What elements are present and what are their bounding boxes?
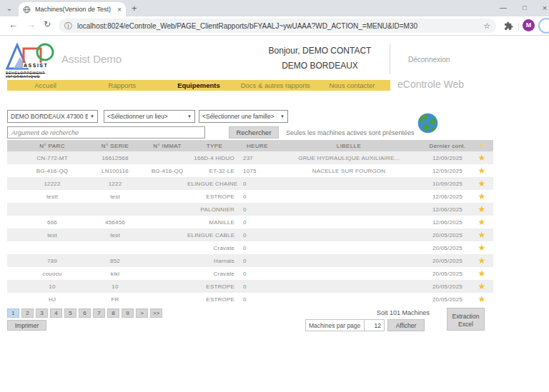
cell-serie: 852 [83, 258, 147, 264]
page-button[interactable]: 3 [36, 308, 48, 318]
page-button[interactable]: 9 [122, 308, 134, 318]
greeting-agency: DEMO BORDEAUX [243, 61, 397, 71]
table-row[interactable]: PALONNIER 0 12/06/2025 ★ [7, 203, 493, 216]
cell-serie: test [83, 232, 147, 238]
header-favorite-star-icon[interactable]: ★ [470, 140, 493, 151]
page-button[interactable]: 8 [107, 308, 119, 318]
profile-ring-icon[interactable] [538, 18, 549, 34]
cell-type: ELINGUE CHAINE [187, 181, 242, 187]
table-row[interactable]: 12222 1222 ELINGUE CHAINE 0 10/09/2025 ★ [7, 177, 493, 190]
logout-link[interactable]: Déconnexion [408, 56, 450, 64]
header-select-col [7, 140, 21, 151]
url-text[interactable]: localhost:8024/eControle_Web/PAGE_Client… [77, 22, 479, 30]
favorite-star-icon[interactable]: ★ [470, 282, 493, 291]
place-select[interactable]: <Sélectionner un lieu> ▼ [104, 110, 195, 123]
agency-select[interactable]: DEMO BORDEAUX 47300 B ▼ [7, 110, 98, 123]
url-field[interactable]: ⓘ localhost:8024/eControle_Web/PAGE_Clie… [59, 19, 496, 33]
table-row[interactable]: BG-416-QQ LN100116 BG-416-QQ ET-32-LE 10… [7, 164, 493, 177]
search-button[interactable]: Rechercher [229, 126, 279, 139]
header-libelle[interactable]: LIBELLE [273, 140, 425, 151]
per-page-input[interactable] [364, 319, 385, 331]
window-close-button[interactable]: × [536, 0, 549, 16]
forward-icon[interactable]: → [26, 19, 36, 30]
cell-parc: testt [21, 194, 83, 200]
nav-item[interactable]: Rapports [84, 81, 160, 89]
tab-search-icon[interactable]: ⌄ [4, 3, 15, 14]
favorite-star-icon[interactable]: ★ [470, 231, 493, 239]
active-machines-note: Seules les machines actives sont présent… [286, 129, 415, 136]
back-icon[interactable]: ← [9, 19, 18, 30]
extensions-puzzle-icon[interactable] [504, 21, 513, 31]
header-parc[interactable]: N° PARC [21, 140, 83, 151]
header-dernier-cont[interactable]: Dernier cont. [425, 140, 470, 151]
tab-title: Machines(Version de Test) [35, 6, 114, 13]
favorite-star-icon[interactable]: ★ [470, 295, 493, 303]
table-row[interactable]: CN-772-MT 16612568 166D-4 HIDUO 237 GRUE… [7, 151, 493, 164]
nav-item[interactable]: Accueil [7, 81, 84, 89]
machines-table: N° PARC N° SERIE N° IMMAT TYPE HEURE LIB… [7, 140, 493, 306]
cell-type: MANILLE [187, 219, 242, 226]
family-select[interactable]: <Sélectionner une famille> ▼ [199, 110, 288, 123]
table-row[interactable]: test test ELINGUE CABLE 0 20/05/2025 ★ [7, 228, 493, 241]
header-immat[interactable]: N° IMMAT [147, 140, 187, 151]
cell-dernier-cont: 20/05/2025 [425, 232, 470, 238]
favorite-star-icon[interactable]: ★ [470, 243, 493, 252]
table-row[interactable]: 10 10 ESTROPE 0 20/05/2025 ★ [7, 280, 493, 293]
table-row[interactable]: testt test ESTROPE 0 12/06/2025 ★ [7, 190, 493, 203]
favorite-star-icon[interactable]: ★ [470, 154, 493, 162]
page-button[interactable]: 2 [21, 308, 34, 318]
cell-serie: 1222 [83, 181, 147, 187]
table-row[interactable]: HJ FR ESTROPE 0 20/05/2025 ★ [7, 293, 493, 306]
window-minimize-button[interactable]: — [495, 0, 512, 16]
header-heure[interactable]: HEURE [242, 140, 273, 151]
tab-close-icon[interactable]: × [117, 6, 122, 14]
agency-select-value: DEMO BORDEAUX 47300 B [11, 113, 88, 120]
favorite-star-icon[interactable]: ★ [470, 256, 493, 265]
excel-export-button[interactable]: Extraction Excel [447, 308, 485, 331]
page-button[interactable]: 6 [79, 308, 91, 318]
page-content: ASSIST DEVELOPPEMENT INFORMATIQUE Assist… [0, 36, 549, 392]
cell-type: ESTROPE [187, 283, 242, 290]
cell-heure: 0 [242, 296, 273, 303]
search-input[interactable] [7, 126, 205, 139]
header-serie[interactable]: N° SERIE [83, 140, 147, 151]
favorite-star-icon[interactable]: ★ [470, 166, 493, 175]
new-tab-button[interactable]: + [132, 3, 137, 14]
table-row[interactable]: 789 852 Harnais 0 20/05/2025 ★ [7, 254, 493, 267]
table-row[interactable]: couocu kiki Cravate 0 20/05/2025 ★ [7, 267, 493, 280]
page-button[interactable]: 5 [64, 308, 76, 318]
site-info-icon[interactable]: ⓘ [64, 21, 72, 31]
show-button[interactable]: Afficher [387, 319, 425, 331]
page-button[interactable]: >> [150, 308, 162, 318]
cell-serie: 10 [83, 283, 147, 290]
favorite-star-icon[interactable]: ★ [470, 269, 493, 278]
header-type[interactable]: TYPE [187, 140, 242, 151]
total-machines-label: Soit 101 Machines [377, 309, 430, 316]
cell-type: Cravate [187, 245, 242, 251]
table-row[interactable]: Cravate 0 20/05/2025 ★ [7, 241, 493, 254]
nav-item[interactable]: Docs & autres rapports [237, 81, 314, 89]
main-nav: Accueil Rapports Equipements Docs & autr… [7, 80, 390, 91]
window-maximize-button[interactable]: □ [516, 0, 533, 16]
cell-serie: kiki [83, 271, 147, 277]
favorite-star-icon[interactable]: ★ [470, 192, 493, 201]
browser-profile-avatar[interactable]: M [523, 19, 535, 31]
favorite-star-icon[interactable]: ★ [470, 205, 493, 213]
nav-item[interactable]: Equipements [160, 81, 237, 89]
bookmark-star-icon[interactable]: ☆ [483, 21, 490, 31]
print-button[interactable]: Imprimer [7, 320, 46, 331]
favorite-star-icon[interactable]: ★ [470, 179, 493, 188]
page-button[interactable]: 7 [93, 308, 105, 318]
browser-tab[interactable]: Machines(Version de Test) × [19, 2, 126, 16]
reload-icon[interactable]: ↻ [44, 19, 51, 29]
pagination: 1 2 3 4 5 6 7 8 9 > >> [7, 308, 162, 318]
nav-item[interactable]: Nous contacter [314, 81, 390, 89]
page-button[interactable]: 4 [50, 308, 62, 318]
favorite-star-icon[interactable]: ★ [470, 218, 493, 226]
greeting-block: Bonjour, DEMO CONTACT DEMO BORDEAUX [243, 46, 397, 71]
cell-parc: 789 [21, 258, 83, 264]
page-button[interactable]: 1 [7, 308, 19, 318]
table-row[interactable]: 666 456456 MANILLE 0 12/06/2025 ★ [7, 216, 493, 228]
page-button[interactable]: > [136, 308, 148, 318]
cell-libelle: NACELLE SUR FOURGON [273, 168, 425, 174]
